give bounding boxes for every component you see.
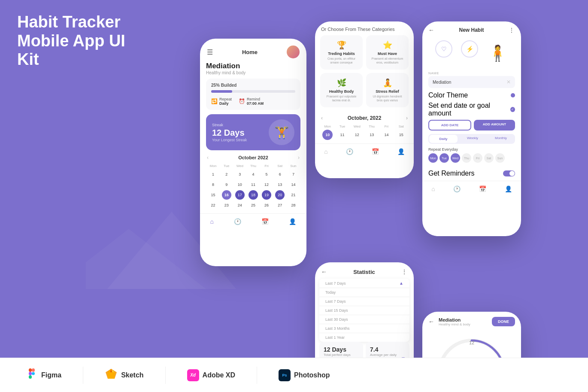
svg-rect-14 [29, 375, 32, 379]
reminder-toggle[interactable] [503, 170, 515, 176]
week-tue[interactable]: Tue 11 [337, 125, 347, 140]
progress-bar-fill [211, 90, 232, 93]
nav-cal-icon[interactable]: 📅 [261, 218, 269, 225]
nav-clock-icon2[interactable]: 🕐 [346, 148, 353, 155]
day-wed[interactable]: Wed [451, 153, 460, 163]
dropdown-selected[interactable]: Last 7 Days ▲ [319, 279, 409, 288]
day-mon[interactable]: Mon [428, 153, 438, 163]
nav-user-nh[interactable]: 👤 [505, 185, 512, 192]
det-title-area: Mediation Healthy mind & body [434, 317, 492, 326]
bar7 [401, 357, 405, 358]
day-tue[interactable]: Tue [439, 153, 449, 163]
week-sat[interactable]: Sat 15 [396, 125, 406, 140]
trending-icon: 🏆 [325, 40, 358, 50]
category-must-have[interactable]: ⭐ Must Have Praesent ali elementum eros,… [366, 35, 409, 70]
categories-grid: 🏆 Treding Habits Cras porta, un effitiur… [315, 35, 414, 112]
dropdown-15[interactable]: Last 15 Days [319, 306, 409, 315]
stat-label-days: Total perfect days [324, 353, 359, 357]
nav-home-icon[interactable]: ⌂ [210, 218, 214, 225]
stat-more-icon[interactable]: ⋮ [401, 268, 408, 275]
day-sun[interactable]: Sun [495, 153, 505, 163]
add-amount-button[interactable]: ADD AMOUNT [474, 120, 515, 131]
week-mon[interactable]: Mon 10 [322, 125, 333, 140]
phone-home-header: ☰ Home [200, 39, 306, 62]
det-back-arrow[interactable]: ← [428, 318, 434, 325]
svg-rect-12 [32, 368, 35, 372]
cal-prev-arrow[interactable]: ‹ [207, 155, 209, 161]
nh-back-arrow[interactable]: ← [428, 27, 434, 33]
nav-cal-icon2[interactable]: 📅 [372, 148, 379, 155]
dropdown-today[interactable]: Today [319, 288, 409, 297]
category-stress[interactable]: 🧘 Stress Relief Ut dignissim hendrerit b… [366, 73, 409, 107]
menu-icon[interactable]: ☰ [207, 48, 213, 56]
divider-2 [165, 367, 166, 384]
remind-val: 07:00 AM [247, 101, 264, 106]
nav-user-icon[interactable]: 👤 [289, 218, 296, 225]
reminders-row: Get Reminders [422, 170, 521, 177]
tool-photoshop: Ps Photoshop [279, 369, 330, 381]
app-title: Habit Tracker Mobile App UI Kit [17, 13, 150, 69]
stat-card-avg: 7.4 Average per daily [366, 342, 409, 358]
nav-home-nh[interactable]: ⌂ [431, 185, 435, 192]
nh-clear-icon[interactable]: ✕ [506, 79, 511, 85]
stat-dropdown: Last 7 Days ▲ Today Last 7 Days Last 15 … [319, 279, 409, 342]
nh-more-icon[interactable]: ⋮ [509, 27, 515, 33]
add-date-button[interactable]: ADD DATE [428, 120, 471, 131]
day-sat[interactable]: Sat [484, 153, 494, 163]
done-button[interactable]: DONE [492, 317, 515, 326]
stress-icon: 🧘 [371, 78, 403, 88]
timer-area: 12 3 6 9 05:32 [422, 330, 521, 358]
remind-item: ⏰ Remind 07:00 AM [239, 97, 264, 106]
stat-header: ← Statistic ⋮ [315, 262, 414, 279]
nh-icon-2[interactable]: ⚡ [461, 40, 478, 58]
nh-goal-row: Set end date or goal amount ✓ [422, 102, 521, 117]
toggle-knob [509, 171, 515, 176]
repeat-everyday-label: Repeat Everyday [422, 147, 521, 152]
cat-cal-next[interactable]: › [406, 115, 408, 121]
nh-field-label: NAME [422, 71, 521, 76]
nav-clock-icon[interactable]: 🕐 [234, 218, 241, 225]
goal-check[interactable]: ✓ [510, 107, 515, 112]
progress-label: 25% Builded [211, 83, 295, 88]
nh-goal-label: Set end date or goal amount [428, 102, 510, 117]
dropdown-3m[interactable]: Last 3 Months [319, 324, 409, 333]
nav-user-icon2[interactable]: 👤 [397, 148, 405, 155]
streak-card: Streak 12 Days Your Longest Streak 🏋️ [206, 114, 300, 150]
nav-cal-nh[interactable]: 📅 [479, 185, 486, 192]
nh-buttons: ADD DATE ADD AMOUNT [422, 120, 521, 134]
days-row: Mon Tue Wed Thu Fri Sat Sun [422, 153, 521, 166]
week-fri[interactable]: Fri 14 [381, 125, 391, 140]
det-habit-sub: Healthy mind & body [439, 322, 488, 326]
freq-monthly[interactable]: Monthly [487, 134, 515, 144]
nh-icon-1[interactable]: ♡ [435, 40, 452, 58]
repeat-val: Daily [219, 101, 232, 106]
det-habit-name: Mediation [439, 317, 488, 322]
category-healthy[interactable]: 🌿 Healthy Body Praesent qui vulputate la… [320, 73, 363, 107]
dropdown-7[interactable]: Last 7 Days [319, 297, 409, 306]
cat-cal-prev[interactable]: ‹ [321, 115, 323, 121]
avatar[interactable] [287, 46, 300, 58]
nav-clock-nh[interactable]: 🕐 [453, 185, 461, 192]
day-thu[interactable]: Thu [462, 153, 471, 163]
week-wed[interactable]: Wed 12 [352, 125, 362, 140]
day-fri[interactable]: Fri [473, 153, 482, 163]
category-trending[interactable]: 🏆 Treding Habits Cras porta, un effitiur… [320, 35, 363, 70]
week-thu[interactable]: Thu 13 [367, 125, 377, 140]
phones-area: ☰ Home Mediation Healthy mind & body 25%… [150, 13, 571, 358]
dropdown-30[interactable]: Last 30 Days [319, 315, 409, 324]
freq-weekly[interactable]: Weekly [458, 134, 487, 144]
stat-back-arrow[interactable]: ← [321, 268, 327, 275]
cal-day[interactable]: 1 [209, 170, 218, 179]
cat-cal-month: October, 2022 [348, 115, 382, 121]
color-swatch[interactable] [511, 93, 515, 97]
stat-title: Statistic [353, 269, 375, 275]
cal-next-arrow[interactable]: › [298, 155, 300, 161]
cal-grid: Mon Tue Wed Thu Fri Sat Sun 1 2 3 4 5 6 … [207, 163, 300, 210]
freq-daily[interactable]: Daily [429, 135, 458, 143]
nav-home-icon2[interactable]: ⌂ [324, 148, 327, 155]
divider-3 [257, 367, 257, 384]
nh-name-input[interactable]: Mediation ✕ [428, 76, 515, 88]
progress-card: 25% Builded 🔁 Repeat Daily [206, 79, 300, 110]
stat-label-avg: Average per daily [370, 353, 405, 357]
dropdown-1y[interactable]: Last 1 Year [319, 333, 409, 342]
